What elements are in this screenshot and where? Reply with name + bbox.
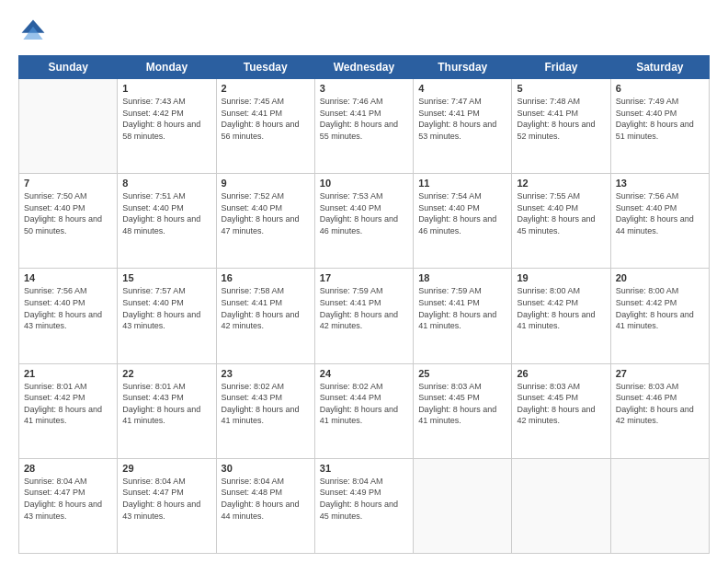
day-cell: 7Sunrise: 7:50 AM Sunset: 4:40 PM Daylig…: [19, 174, 118, 269]
logo-icon: [18, 17, 48, 46]
col-saturday: Saturday: [610, 56, 709, 79]
day-info: Sunrise: 8:04 AM Sunset: 4:49 PM Dayligh…: [320, 476, 408, 522]
day-number: 25: [418, 368, 506, 379]
calendar-body: 1Sunrise: 7:43 AM Sunset: 4:42 PM Daylig…: [19, 79, 710, 554]
day-cell: 10Sunrise: 7:53 AM Sunset: 4:40 PM Dayli…: [314, 174, 413, 269]
day-cell: [512, 458, 610, 553]
day-number: 17: [320, 272, 408, 283]
day-cell: 15Sunrise: 7:57 AM Sunset: 4:40 PM Dayli…: [118, 269, 216, 363]
day-number: 4: [418, 83, 506, 94]
day-cell: 23Sunrise: 8:02 AM Sunset: 4:43 PM Dayli…: [216, 363, 314, 458]
day-info: Sunrise: 8:02 AM Sunset: 4:44 PM Dayligh…: [320, 381, 408, 427]
day-info: Sunrise: 7:54 AM Sunset: 4:40 PM Dayligh…: [418, 190, 506, 236]
day-cell: 30Sunrise: 8:04 AM Sunset: 4:48 PM Dayli…: [216, 458, 314, 553]
day-info: Sunrise: 8:01 AM Sunset: 4:42 PM Dayligh…: [24, 381, 112, 427]
week-row-3: 14Sunrise: 7:56 AM Sunset: 4:40 PM Dayli…: [19, 269, 710, 363]
day-cell: 4Sunrise: 7:47 AM Sunset: 4:41 PM Daylig…: [414, 79, 512, 174]
col-tuesday: Tuesday: [216, 56, 314, 79]
day-cell: [414, 458, 512, 553]
day-number: 1: [122, 83, 210, 94]
day-cell: 27Sunrise: 8:03 AM Sunset: 4:46 PM Dayli…: [610, 363, 709, 458]
day-cell: 2Sunrise: 7:45 AM Sunset: 4:41 PM Daylig…: [216, 79, 314, 174]
day-info: Sunrise: 7:46 AM Sunset: 4:41 PM Dayligh…: [320, 96, 408, 142]
day-cell: 3Sunrise: 7:46 AM Sunset: 4:41 PM Daylig…: [314, 79, 413, 174]
day-number: 22: [122, 368, 210, 379]
day-number: 21: [24, 368, 112, 379]
day-cell: 20Sunrise: 8:00 AM Sunset: 4:42 PM Dayli…: [610, 269, 709, 363]
day-number: 11: [418, 178, 506, 189]
day-cell: 18Sunrise: 7:59 AM Sunset: 4:41 PM Dayli…: [414, 269, 512, 363]
day-number: 23: [222, 368, 310, 379]
day-info: Sunrise: 7:55 AM Sunset: 4:40 PM Dayligh…: [517, 190, 605, 236]
day-cell: 12Sunrise: 7:55 AM Sunset: 4:40 PM Dayli…: [512, 174, 610, 269]
day-number: 6: [616, 83, 704, 94]
day-number: 3: [320, 83, 408, 94]
day-info: Sunrise: 8:04 AM Sunset: 4:47 PM Dayligh…: [24, 476, 112, 522]
day-number: 18: [418, 272, 506, 283]
day-info: Sunrise: 7:51 AM Sunset: 4:40 PM Dayligh…: [122, 190, 210, 236]
day-cell: 25Sunrise: 8:03 AM Sunset: 4:45 PM Dayli…: [414, 363, 512, 458]
day-cell: 17Sunrise: 7:59 AM Sunset: 4:41 PM Dayli…: [314, 269, 413, 363]
header-row: Sunday Monday Tuesday Wednesday Thursday…: [19, 56, 710, 79]
day-number: 26: [517, 368, 605, 379]
day-number: 8: [122, 178, 210, 189]
day-cell: 11Sunrise: 7:54 AM Sunset: 4:40 PM Dayli…: [414, 174, 512, 269]
day-cell: 13Sunrise: 7:56 AM Sunset: 4:40 PM Dayli…: [610, 174, 709, 269]
day-number: 10: [320, 178, 408, 189]
day-cell: 1Sunrise: 7:43 AM Sunset: 4:42 PM Daylig…: [118, 79, 216, 174]
day-info: Sunrise: 8:04 AM Sunset: 4:47 PM Dayligh…: [122, 476, 210, 522]
day-info: Sunrise: 7:45 AM Sunset: 4:41 PM Dayligh…: [222, 96, 310, 142]
day-cell: 19Sunrise: 8:00 AM Sunset: 4:42 PM Dayli…: [512, 269, 610, 363]
day-cell: 16Sunrise: 7:58 AM Sunset: 4:41 PM Dayli…: [216, 269, 314, 363]
day-number: 2: [222, 83, 310, 94]
col-sunday: Sunday: [19, 56, 118, 79]
day-info: Sunrise: 7:53 AM Sunset: 4:40 PM Dayligh…: [320, 190, 408, 236]
day-number: 24: [320, 368, 408, 379]
day-cell: [19, 79, 118, 174]
day-cell: 14Sunrise: 7:56 AM Sunset: 4:40 PM Dayli…: [19, 269, 118, 363]
day-info: Sunrise: 7:58 AM Sunset: 4:41 PM Dayligh…: [222, 285, 310, 331]
day-cell: 22Sunrise: 8:01 AM Sunset: 4:43 PM Dayli…: [118, 363, 216, 458]
week-row-4: 21Sunrise: 8:01 AM Sunset: 4:42 PM Dayli…: [19, 363, 710, 458]
day-number: 28: [24, 463, 112, 474]
day-cell: 5Sunrise: 7:48 AM Sunset: 4:41 PM Daylig…: [512, 79, 610, 174]
col-friday: Friday: [512, 56, 610, 79]
day-info: Sunrise: 7:43 AM Sunset: 4:42 PM Dayligh…: [122, 96, 210, 142]
week-row-2: 7Sunrise: 7:50 AM Sunset: 4:40 PM Daylig…: [19, 174, 710, 269]
page: Sunday Monday Tuesday Wednesday Thursday…: [0, 0, 728, 563]
day-cell: 21Sunrise: 8:01 AM Sunset: 4:42 PM Dayli…: [19, 363, 118, 458]
day-number: 31: [320, 463, 408, 474]
day-info: Sunrise: 7:56 AM Sunset: 4:40 PM Dayligh…: [616, 190, 704, 236]
day-number: 30: [222, 463, 310, 474]
day-number: 13: [616, 178, 704, 189]
day-info: Sunrise: 8:03 AM Sunset: 4:46 PM Dayligh…: [616, 381, 704, 427]
day-number: 27: [616, 368, 704, 379]
day-cell: 31Sunrise: 8:04 AM Sunset: 4:49 PM Dayli…: [314, 458, 413, 553]
day-info: Sunrise: 7:49 AM Sunset: 4:40 PM Dayligh…: [616, 96, 704, 142]
day-info: Sunrise: 7:50 AM Sunset: 4:40 PM Dayligh…: [24, 190, 112, 236]
day-number: 16: [222, 272, 310, 283]
day-info: Sunrise: 7:52 AM Sunset: 4:40 PM Dayligh…: [222, 190, 310, 236]
day-number: 12: [517, 178, 605, 189]
day-cell: 28Sunrise: 8:04 AM Sunset: 4:47 PM Dayli…: [19, 458, 118, 553]
day-cell: 29Sunrise: 8:04 AM Sunset: 4:47 PM Dayli…: [118, 458, 216, 553]
day-cell: 8Sunrise: 7:51 AM Sunset: 4:40 PM Daylig…: [118, 174, 216, 269]
day-number: 5: [517, 83, 605, 94]
day-cell: 9Sunrise: 7:52 AM Sunset: 4:40 PM Daylig…: [216, 174, 314, 269]
day-info: Sunrise: 8:02 AM Sunset: 4:43 PM Dayligh…: [222, 381, 310, 427]
day-info: Sunrise: 7:48 AM Sunset: 4:41 PM Dayligh…: [517, 96, 605, 142]
day-number: 9: [222, 178, 310, 189]
day-number: 14: [24, 272, 112, 283]
col-wednesday: Wednesday: [314, 56, 413, 79]
calendar-header: Sunday Monday Tuesday Wednesday Thursday…: [19, 56, 710, 79]
col-monday: Monday: [118, 56, 216, 79]
day-number: 29: [122, 463, 210, 474]
day-number: 7: [24, 178, 112, 189]
day-info: Sunrise: 7:47 AM Sunset: 4:41 PM Dayligh…: [418, 96, 506, 142]
day-info: Sunrise: 7:56 AM Sunset: 4:40 PM Dayligh…: [24, 285, 112, 331]
logo: [18, 17, 51, 46]
day-cell: 26Sunrise: 8:03 AM Sunset: 4:45 PM Dayli…: [512, 363, 610, 458]
day-info: Sunrise: 7:57 AM Sunset: 4:40 PM Dayligh…: [122, 285, 210, 331]
day-cell: 6Sunrise: 7:49 AM Sunset: 4:40 PM Daylig…: [610, 79, 709, 174]
day-info: Sunrise: 8:00 AM Sunset: 4:42 PM Dayligh…: [517, 285, 605, 331]
